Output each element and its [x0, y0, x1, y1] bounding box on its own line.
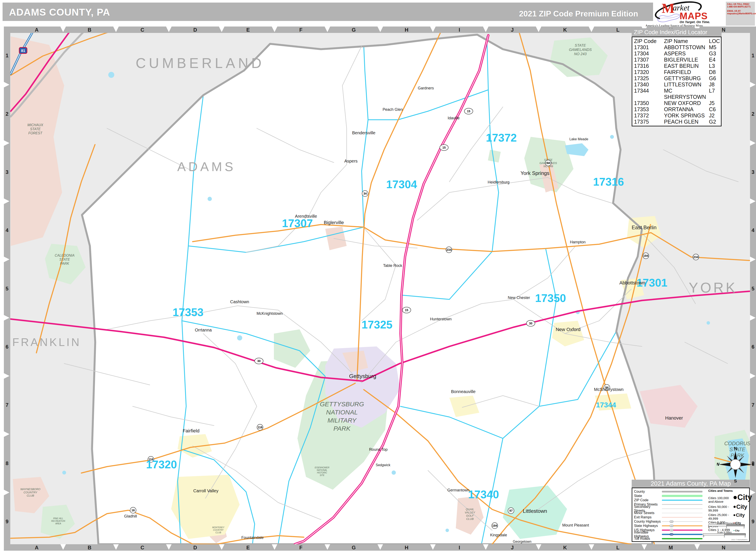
town-label: Germantown [447, 488, 469, 492]
scale-tick: 1 [726, 526, 727, 529]
grid-notch [4, 199, 9, 204]
zip-index-panel: ZIP Code Index/Grid Locator ZIP Code ZIP… [632, 28, 722, 127]
zip-code-label: 17307 [282, 217, 313, 230]
grid-bar-bottom: ABCDEFGHIJKLMN [10, 544, 750, 551]
grid-ref-7: 7 [750, 402, 756, 408]
grid-notch [750, 431, 756, 437]
town-label: Mount Pleasant [562, 523, 589, 527]
zip-index-row: 17301ABBOTTSTOWNM5 [634, 44, 719, 50]
pond [108, 72, 114, 78]
town-label: Idaville [448, 116, 460, 120]
legend-line-label: Toll Roads [634, 537, 662, 541]
zip-name-cell: ORRTANNA [664, 106, 709, 112]
zip-name-cell: ASPERS [664, 50, 709, 57]
contact-email-1: EMAIL US AT: [727, 10, 754, 12]
grid-ref-H: H [380, 545, 433, 551]
scale-bar [703, 533, 746, 535]
zip-index-row: 17320FAIRFIELDD8 [634, 69, 719, 75]
grid-ref-F: F [274, 27, 327, 33]
contact-call-1: CALL US TOLL FREE! [727, 3, 754, 6]
grid-ref-A: A [10, 545, 63, 551]
town-label: Kingsdale [490, 533, 507, 537]
legend-line-sample [662, 507, 704, 510]
legend-line-state: State [634, 494, 704, 498]
title-bar: ADAMS COUNTY, PA 2021 ZIP Code Premium E… [3, 3, 653, 21]
loc-cell: G2 [709, 119, 720, 125]
town-label: Orrtanna [195, 327, 212, 332]
zip-index-row: 17304ASPERSG3 [634, 50, 719, 57]
zip-index-row: 17340LITTLESTOWNJ8 [634, 81, 719, 88]
zip-code-label: 17325 [362, 318, 393, 331]
grid-ref-I: I [433, 545, 486, 551]
legend-line-zip: ZIP Code [634, 498, 704, 502]
legend-line-sample [662, 503, 704, 506]
town-label: McSherrystown [594, 387, 624, 392]
town-label: Gettysburg [349, 373, 376, 379]
grid-ref-1: 1 [4, 53, 10, 59]
grid-notch [4, 315, 9, 320]
zip-code-label: 17320 [146, 458, 177, 471]
map-page: ADAMS COUNTY, PA 2021 ZIP Code Premium E… [0, 0, 756, 556]
zip-code-label: 17372 [486, 132, 517, 144]
legend-panel: 2021 Adams County, PA Map CountyStateZIP… [632, 480, 750, 542]
town-label: Biglerville [324, 220, 344, 225]
col-zip-code: ZIP Code [634, 38, 664, 44]
zip-code-label: 17344 [596, 401, 616, 409]
zip-code-cell: 17372 [634, 112, 664, 119]
interstate-shield-number: 81 [21, 49, 25, 53]
loc-cell: G3 [709, 50, 720, 57]
legend-line-label: State Highways [634, 524, 662, 528]
grid-ref-E: E [222, 27, 274, 33]
route-shield-number: 116 [258, 425, 263, 429]
zip-code-cell: 17340 [634, 81, 664, 88]
grid-ref-2: 2 [4, 111, 10, 117]
zip-code-cell: 17353 [634, 106, 664, 112]
grid-ref-J: J [486, 27, 538, 33]
scale-kilometers: Scale in Kilometers012 [708, 522, 745, 529]
grid-ref-D: D [169, 27, 222, 33]
route-shield-number: 194 [643, 254, 648, 257]
contact-call-2: 1-888-434-MAPS (6277) [727, 6, 754, 8]
city-class-label: Cities 100,000 and Above [708, 496, 733, 503]
loc-cell: G6 [709, 75, 720, 81]
grid-ref-6: 6 [4, 344, 10, 350]
contact-email-2: mapsales@MarketMAPS.com [727, 12, 754, 15]
legend-line-label: Exit Ramps [634, 515, 662, 519]
zip-index-row: 17316EAST BERLINL3 [634, 63, 719, 69]
legend-line-interstate: Interstate Highways123 [634, 532, 704, 536]
legend-line-sample [662, 494, 704, 497]
scale-title: Scale in Kilometers [708, 522, 745, 525]
pond [446, 529, 449, 532]
county-label: ADAMS [177, 160, 236, 174]
svg-text:W: W [717, 462, 720, 466]
town-label: Lake Meade [569, 137, 588, 141]
grid-notch [4, 431, 9, 437]
loc-cell: D8 [709, 69, 720, 75]
town-label: Heidlersburg [488, 180, 510, 184]
grid-notch [750, 82, 756, 88]
zip-index-row: 17375PEACH GLENG2 [634, 119, 719, 125]
town-label: Carroll Valley [193, 488, 218, 493]
legend-route-badge: 123 [669, 529, 673, 531]
town-label: Hanover [665, 415, 683, 421]
legend-city-class: Cities 50,000 - 99,999City [708, 503, 749, 512]
grid-ref-G: G [327, 545, 380, 551]
town-label: Bonneauville [451, 389, 476, 394]
zip-name-cell: FAIRFIELD [664, 69, 709, 75]
page-title: ADAMS COUNTY, PA [9, 6, 110, 18]
pond [237, 335, 242, 341]
legend-line-sample [662, 499, 704, 502]
town-label: Table Rock [383, 264, 402, 268]
zip-name-cell: LITTLESTOWN [664, 81, 709, 88]
grid-ref-F: F [274, 545, 327, 551]
grid-notch [4, 82, 9, 88]
marketmaps-logo: M arket MAPS On Target. On Time. America… [654, 1, 725, 22]
town-label: Sedgwick [376, 463, 391, 467]
legend-route-badge: 123 [669, 525, 673, 527]
edition-label: 2021 ZIP Code Premium Edition [519, 9, 638, 19]
route-shield-number: 15 [442, 146, 446, 149]
cities-header: Cities and Towns [708, 489, 749, 492]
scale-tick: 2 [744, 526, 745, 529]
town-label: Round Top [369, 447, 388, 452]
grid-ref-B: B [63, 545, 116, 551]
